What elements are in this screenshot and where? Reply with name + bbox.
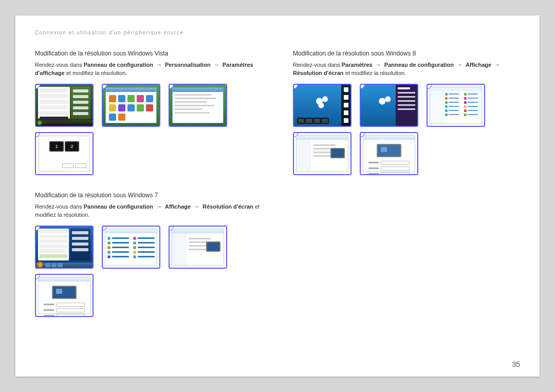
monitor-1: 1 — [49, 141, 64, 152]
page-header: Connexion et utilisation d'un périphériq… — [35, 30, 520, 35]
vista-step-3: 3 — [169, 84, 227, 127]
two-column-layout: Modification de la résolution sous Windo… — [35, 50, 520, 322]
arrow-icon: → — [457, 61, 462, 69]
vista-start-menu-mock — [36, 85, 92, 126]
win7-step-4: 4 — [35, 274, 94, 317]
win8-instructions: Rendez-vous dans Paramètres → Panneau de… — [293, 61, 520, 78]
vista-row-1: 1 2 — [35, 84, 262, 127]
win7-instructions: Rendez-vous dans Panneau de configuratio… — [35, 203, 262, 219]
arrow-icon: → — [194, 203, 199, 211]
win8-step-1: 1 — [293, 84, 351, 127]
arrow-icon: → — [376, 61, 381, 69]
arrow-icon: → — [494, 61, 500, 69]
t: et modifiez la résolution. — [345, 70, 406, 76]
vista-personalization-mock — [170, 85, 226, 126]
left-column: Modification de la résolution sous Windo… — [35, 50, 262, 322]
vista-path-1: Panneau de configuration — [84, 62, 153, 68]
win8-charms-bar-mock — [294, 85, 350, 126]
win8-resolution-mock — [361, 133, 417, 174]
win7-row-1: 1 2 — [35, 226, 262, 269]
manual-page: Connexion et utilisation d'un périphériq… — [15, 15, 540, 377]
win7-step-2: 2 — [102, 226, 160, 269]
win7-display-page-mock — [170, 227, 226, 268]
win7-path-3: Résolution d'écran — [202, 203, 253, 210]
win7-path-2: Affichage — [165, 203, 191, 210]
vista-instructions: Rendez-vous dans Panneau de configuratio… — [35, 61, 262, 78]
win8-path-4: Résolution d'écran — [293, 70, 344, 76]
win8-step-5: 5 — [360, 132, 418, 175]
win7-step-1: 1 — [35, 226, 94, 269]
vista-step-4: 4 1 2 — [35, 132, 94, 175]
t: Rendez-vous dans — [35, 203, 84, 210]
t: Rendez-vous dans — [35, 62, 84, 68]
page-number: 35 — [512, 360, 520, 368]
win8-settings-panel-mock — [361, 85, 417, 126]
win8-row-2: 4 5 — [293, 132, 520, 175]
arrow-icon: → — [156, 203, 162, 211]
vista-control-panel-mock — [103, 85, 159, 126]
win8-path-1: Paramètres — [342, 62, 373, 68]
vista-step-1: 1 — [35, 84, 94, 127]
t: et modifiez la résolution. — [66, 70, 127, 76]
win7-resolution-mock — [36, 275, 92, 316]
win8-step-3: 3 — [427, 84, 485, 127]
right-column: Modification de la résolution sous Windo… — [293, 50, 520, 322]
arrow-icon: → — [156, 61, 162, 69]
win7-start-menu-mock — [36, 227, 92, 268]
win8-title: Modification de la résolution sous Windo… — [293, 50, 520, 57]
win7-control-panel-mock — [103, 227, 159, 268]
win7-path-1: Panneau de configuration — [84, 203, 153, 210]
win8-row-1: 1 2 3 — [293, 84, 520, 127]
win8-path-2: Panneau de configuration — [384, 62, 454, 68]
win8-path-3: Affichage — [466, 62, 491, 68]
vista-title: Modification de la résolution sous Windo… — [35, 50, 262, 57]
t: Rendez-vous dans — [293, 62, 342, 68]
win7-title: Modification de la résolution sous Windo… — [35, 192, 262, 199]
win8-step-4: 4 — [293, 132, 351, 175]
win7-row-2: 4 — [35, 274, 262, 317]
vista-path-2: Personnalisation — [165, 62, 211, 68]
win8-control-panel-mock — [428, 85, 484, 126]
win8-step-2: 2 — [360, 84, 418, 127]
monitor-2: 2 — [65, 141, 79, 152]
vista-step-2: 2 — [102, 84, 160, 127]
vista-display-settings-mock: 1 2 — [36, 133, 92, 174]
win8-display-page-mock — [294, 133, 350, 174]
arrow-icon: → — [214, 61, 219, 69]
win7-step-3: 3 — [169, 226, 227, 269]
vista-row-2: 4 1 2 — [35, 132, 262, 175]
